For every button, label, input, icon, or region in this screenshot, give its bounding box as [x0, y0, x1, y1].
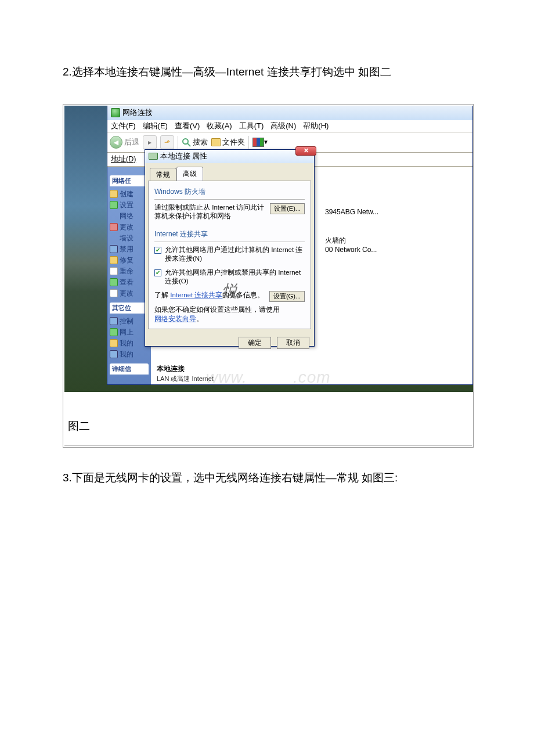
address-label: 地址(D) — [111, 154, 136, 164]
ics-more-text: 了解 Internet 连接共享的更多信息。 — [154, 291, 266, 300]
forward-icon: ▸ — [148, 138, 151, 146]
svg-point-1 — [183, 139, 188, 144]
menu-adv[interactable]: 高级(N) — [270, 121, 296, 131]
search-label: 搜索 — [193, 137, 208, 147]
window-titlebar[interactable]: 网络连接 — [107, 106, 472, 120]
task-icon — [110, 223, 118, 231]
svg-line-2 — [187, 143, 190, 146]
task-icon — [110, 190, 118, 198]
back-icon: ◄ — [110, 136, 122, 149]
close-button[interactable]: ✕ — [295, 146, 316, 156]
task-icon — [110, 201, 118, 209]
folders-button[interactable]: 文件夹 — [211, 137, 245, 147]
menu-fav[interactable]: 收藏(A) — [207, 121, 232, 131]
menu-view[interactable]: 查看(V) — [175, 121, 200, 131]
search-button[interactable]: 搜索 — [182, 137, 208, 147]
task-item[interactable]: 修复 — [110, 255, 149, 266]
task-icon — [110, 267, 118, 275]
checkbox-allow-connect-label: 允许其他网络用户通过此计算机的 Internet 连接来连接(N) — [165, 246, 305, 264]
menu-tools[interactable]: 工具(T) — [239, 121, 264, 131]
up-button[interactable]: ⬏ — [160, 135, 174, 149]
tab-page-advanced: Windows 防火墙 通过限制或防止从 Internet 访问此计算机来保护计… — [148, 181, 311, 329]
ics-more-row: 了解 Internet 连接共享的更多信息。 设置(G)... — [154, 291, 305, 302]
back-button[interactable]: ◄ 后退 — [110, 136, 139, 149]
hint-text: 如果您不确定如何设置这些属性，请使用 网络安装向导。 — [154, 305, 305, 323]
other-item[interactable]: 网上 — [110, 327, 149, 338]
other-item[interactable]: 我的 — [110, 349, 149, 360]
ok-button[interactable]: 确定 — [239, 337, 271, 349]
separator — [154, 242, 305, 242]
task-item[interactable]: 更改 — [110, 288, 149, 299]
tasks-section-other: 其它位 — [110, 303, 149, 314]
dialog-actions: 确定 取消 — [145, 332, 314, 354]
ics-settings-button[interactable]: 设置(G)... — [269, 291, 305, 302]
checkbox-allow-control-label: 允许其他网络用户控制或禁用共享的 Internet 连接(O) — [165, 268, 305, 286]
network-setup-wizard-link[interactable]: 网络安装向导 — [154, 315, 196, 322]
watermark-url: www. .com — [206, 369, 380, 388]
step-2-text: 2.选择本地连接右键属性—高级—Internet 连接共享打钩选中 如图二 — [63, 64, 471, 81]
figure-bottom-rule — [64, 445, 472, 446]
task-item[interactable]: 禁用 — [110, 244, 149, 255]
selected-connection-title: 本地连接 — [157, 364, 185, 374]
other-item[interactable]: 控制 — [110, 316, 149, 327]
ics-allow-connect-row[interactable]: 允许其他网络用户通过此计算机的 Internet 连接来连接(N) — [154, 246, 305, 264]
views-icon — [252, 138, 264, 147]
connection-label-lan: 火墙的 00 Network Co... — [325, 236, 377, 254]
task-icon — [110, 245, 118, 253]
ics-more-link[interactable]: Internet 连接共享 — [170, 291, 222, 298]
tab-strip: 常规 高级 — [150, 167, 312, 181]
search-icon — [182, 138, 191, 147]
folder-icon — [110, 350, 118, 358]
group-firewall-title: Windows 防火墙 — [154, 187, 305, 197]
menu-help[interactable]: 帮助(H) — [303, 121, 329, 131]
step-3-text: 3.下面是无线网卡的设置，选中无线网络连接右键属性—常规 如图三: — [63, 470, 471, 487]
selected-connection-sub: LAN 或高速 Internet — [157, 375, 214, 383]
other-item[interactable]: 我的 — [110, 338, 149, 349]
window-title-text: 网络连接 — [122, 107, 153, 118]
menu-edit[interactable]: 编辑(E) — [143, 121, 168, 131]
figure-2-container: XL 网络连接 文件(F) 编辑(E) 查看(V) 收藏(A) 工具(T) — [63, 104, 474, 448]
tab-advanced[interactable]: 高级 — [176, 167, 203, 181]
task-icon — [110, 256, 118, 264]
checkbox-allow-connect[interactable] — [154, 247, 161, 254]
task-icon — [110, 278, 118, 286]
group-ics-title: Internet 连接共享 — [154, 229, 305, 239]
task-item[interactable]: 重命 — [110, 266, 149, 277]
ics-allow-control-row[interactable]: 允许其他网络用户控制或禁用共享的 Internet 连接(O) — [154, 268, 305, 286]
menu-bar: 文件(F) 编辑(E) 查看(V) 收藏(A) 工具(T) 高级(N) 帮助(H… — [107, 120, 472, 132]
task-item-line2: 网络 — [110, 211, 149, 222]
folder-icon — [110, 328, 118, 336]
folder-icon — [110, 339, 118, 347]
task-item[interactable]: 更改 — [110, 222, 149, 233]
task-item[interactable]: 创建 — [110, 189, 149, 200]
menu-file[interactable]: 文件(F) — [111, 121, 136, 131]
tasks-section-network: 网络任 — [110, 175, 149, 186]
views-button[interactable]: ▼ — [252, 138, 269, 147]
tab-general[interactable]: 常规 — [150, 168, 176, 182]
folder-icon — [110, 317, 118, 325]
separator — [154, 199, 305, 200]
checkbox-allow-control[interactable] — [154, 269, 161, 276]
firewall-row: 通过限制或防止从 Internet 访问此计算机来保护计算机和网络 设置(E).… — [154, 203, 305, 221]
window-icon — [111, 108, 120, 117]
firewall-settings-button[interactable]: 设置(E)... — [270, 203, 305, 214]
cancel-button[interactable]: 取消 — [277, 337, 309, 349]
task-item[interactable]: 查看 — [110, 277, 149, 288]
screenshot-canvas: XL 网络连接 文件(F) 编辑(E) 查看(V) 收藏(A) 工具(T) — [64, 106, 473, 392]
firewall-desc: 通过限制或防止从 Internet 访问此计算机来保护计算机和网络 — [154, 203, 266, 221]
forward-button[interactable]: ▸ — [143, 135, 157, 149]
properties-dialog: ✕ 本地连接 属性 常规 高级 Windows 防火墙 — [145, 149, 315, 347]
tasks-section-detail: 详细信 — [110, 363, 149, 375]
figure-2-label: 图二 — [63, 393, 473, 445]
connection-label-wifi: 3945ABG Netw... — [325, 208, 378, 216]
task-icon — [110, 289, 118, 297]
up-icon: ⬏ — [164, 138, 170, 146]
folders-label: 文件夹 — [222, 137, 245, 147]
dialog-titlebar[interactable]: 本地连接 属性 — [145, 150, 314, 163]
close-icon: ✕ — [304, 147, 309, 154]
toolbar-separator — [178, 136, 178, 149]
task-item-line2: 墙设 — [110, 233, 149, 244]
task-item[interactable]: 设置 — [110, 200, 149, 211]
dialog-title-text: 本地连接 属性 — [160, 152, 207, 161]
folder-icon — [211, 138, 221, 146]
